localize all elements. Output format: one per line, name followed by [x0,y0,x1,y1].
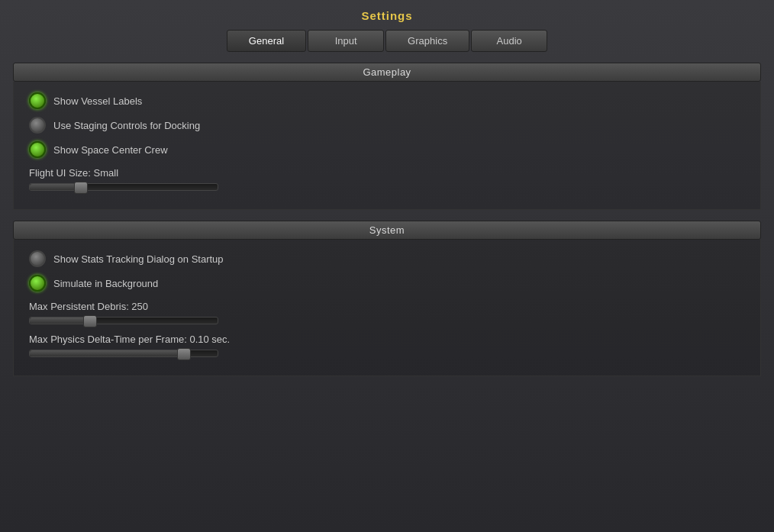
show-space-center-crew-label: Show Space Center Crew [53,144,168,156]
settings-window: Settings General Input Graphics Audio Ga… [0,0,774,532]
use-staging-controls-label: Use Staging Controls for Docking [53,120,200,131]
system-header: System [13,221,761,240]
content-area: Gameplay Show Vessel Labels Use Staging … [13,63,761,532]
tab-audio[interactable]: Audio [471,30,547,52]
max-debris-slider[interactable] [29,317,218,324]
gameplay-header: Gameplay [13,63,761,82]
flight-ui-size-thumb[interactable] [74,182,88,194]
simulate-in-background-row: Simulate in Background [29,275,745,292]
max-debris-label: Max Persistent Debris: 250 [29,301,745,312]
max-debris-thumb[interactable] [83,315,97,327]
flight-ui-size-section: Flight UI Size: Small [29,167,745,191]
show-stats-tracking-label: Show Stats Tracking Dialog on Startup [53,253,224,265]
simulate-in-background-label: Simulate in Background [53,278,158,289]
show-vessel-labels-row: Show Vessel Labels [29,92,745,109]
simulate-in-background-toggle[interactable] [29,275,46,292]
flight-ui-size-fill [30,184,77,190]
system-body: Show Stats Tracking Dialog on Startup Si… [13,240,761,376]
gameplay-section: Gameplay Show Vessel Labels Use Staging … [13,63,761,210]
show-stats-tracking-toggle[interactable] [29,250,46,267]
tab-graphics[interactable]: Graphics [385,30,469,52]
use-staging-controls-row: Use Staging Controls for Docking [29,117,745,134]
system-section: System Show Stats Tracking Dialog on Sta… [13,221,761,376]
max-physics-section: Max Physics Delta-Time per Frame: 0.10 s… [29,334,745,357]
show-vessel-labels-toggle[interactable] [29,92,46,109]
flight-ui-size-label: Flight UI Size: Small [29,167,745,179]
max-physics-slider[interactable] [29,350,218,357]
show-space-center-crew-toggle[interactable] [29,141,46,158]
tab-input[interactable]: Input [308,30,384,52]
max-physics-fill [30,350,184,356]
gameplay-body: Show Vessel Labels Use Staging Controls … [13,82,761,210]
max-physics-thumb[interactable] [177,348,191,360]
tab-general[interactable]: General [227,30,306,52]
max-debris-fill [30,318,86,324]
max-physics-label: Max Physics Delta-Time per Frame: 0.10 s… [29,334,745,345]
show-space-center-crew-row: Show Space Center Crew [29,141,745,158]
max-debris-section: Max Persistent Debris: 250 [29,301,745,324]
use-staging-controls-toggle[interactable] [29,117,46,134]
tab-bar: General Input Graphics Audio [227,30,547,52]
flight-ui-size-slider[interactable] [29,183,218,191]
window-title: Settings [361,9,412,22]
show-vessel-labels-label: Show Vessel Labels [53,95,142,107]
show-stats-tracking-row: Show Stats Tracking Dialog on Startup [29,250,745,267]
